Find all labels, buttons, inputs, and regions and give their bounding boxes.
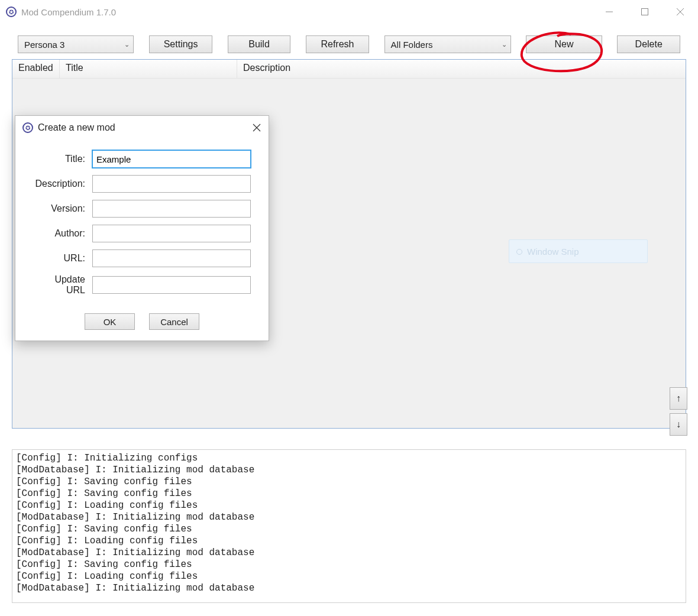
svg-rect-1 <box>642 9 648 15</box>
settings-button[interactable]: Settings <box>149 35 212 53</box>
build-button[interactable]: Build <box>228 35 291 53</box>
app-icon: ✪ <box>6 7 17 17</box>
app-icon: ✪ <box>22 122 33 133</box>
log-panel[interactable]: [Config] I: Initializing configs [ModDat… <box>12 449 686 603</box>
folders-select-value: All Folders <box>391 40 433 50</box>
game-select-value: Persona 3 <box>24 40 64 50</box>
window-controls <box>592 0 698 24</box>
author-label: Author: <box>33 228 92 239</box>
move-down-button[interactable]: ↓ <box>670 413 687 436</box>
description-label: Description: <box>33 179 92 189</box>
grid-header: Enabled Title Description <box>12 60 686 79</box>
dialog-buttons: OK Cancel <box>15 309 269 341</box>
chevron-down-icon: ⌄ <box>124 41 130 48</box>
create-mod-dialog: ✪ Create a new mod Title: Description: V… <box>15 115 269 341</box>
new-button[interactable]: New <box>526 35 602 53</box>
window-title: Mod Compendium 1.7.0 <box>21 7 116 17</box>
window-snip-ghost: Window Snip <box>509 239 648 263</box>
folders-select[interactable]: All Folders ⌄ <box>384 35 511 53</box>
game-select[interactable]: Persona 3 ⌄ <box>18 35 134 53</box>
col-title[interactable]: Title <box>60 60 237 78</box>
move-up-button[interactable]: ↑ <box>670 387 687 410</box>
update-url-label: Update URL <box>33 274 92 296</box>
title-field[interactable] <box>92 150 251 168</box>
version-field[interactable] <box>92 200 251 218</box>
dialog-titlebar[interactable]: ✪ Create a new mod <box>15 116 269 140</box>
title-label: Title: <box>33 154 92 164</box>
url-label: URL: <box>33 253 92 264</box>
update-url-field[interactable] <box>92 276 251 294</box>
author-field[interactable] <box>92 225 251 242</box>
col-description[interactable]: Description <box>237 60 686 78</box>
description-field[interactable] <box>92 175 251 193</box>
close-button[interactable] <box>663 0 698 24</box>
ok-button[interactable]: OK <box>85 313 135 330</box>
delete-button[interactable]: Delete <box>617 35 680 53</box>
dialog-title: Create a new mod <box>38 122 115 133</box>
toolbar: Persona 3 ⌄ Settings Build Refresh All F… <box>0 24 698 59</box>
log-text: [Config] I: Initializing configs [ModDat… <box>16 453 254 594</box>
chevron-down-icon: ⌄ <box>502 41 507 48</box>
dialog-body: Title: Description: Version: Author: URL… <box>15 140 269 309</box>
minimize-button[interactable] <box>592 0 627 24</box>
url-field[interactable] <box>92 249 251 267</box>
dialog-close-button[interactable] <box>251 122 263 134</box>
refresh-button[interactable]: Refresh <box>306 35 369 53</box>
col-enabled[interactable]: Enabled <box>12 60 60 78</box>
maximize-button[interactable] <box>627 0 663 24</box>
version-label: Version: <box>33 203 92 214</box>
cancel-button[interactable]: Cancel <box>149 313 199 330</box>
